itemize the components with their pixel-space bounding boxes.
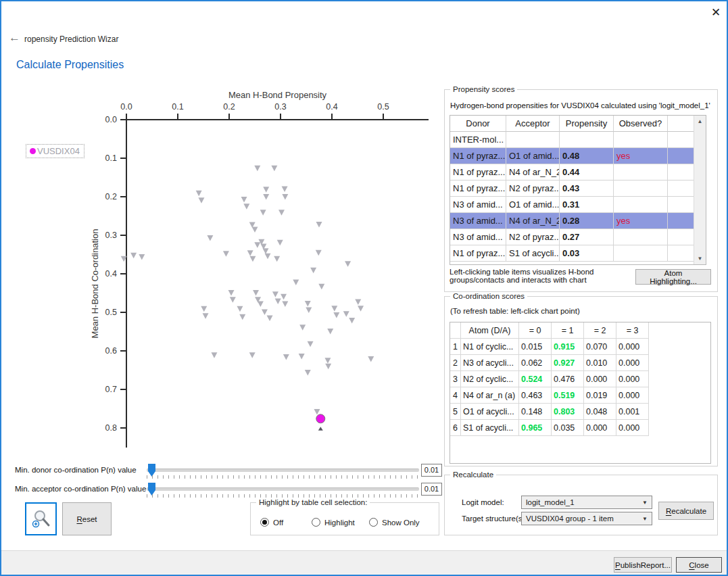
table-cell[interactable] [560,132,614,148]
chart-point[interactable] [327,329,333,335]
chart-point[interactable] [228,290,235,296]
table-cell[interactable]: 0.27 [560,229,614,245]
table-cell[interactable]: 0.001 [616,404,649,420]
chart-point[interactable] [306,308,312,314]
table-cell[interactable]: 0.000 [584,371,616,387]
table-cell[interactable]: N2 of pyraz... [506,181,560,197]
radio-show-only[interactable]: Show Only [369,518,420,527]
radio-highlight[interactable]: Highlight [312,518,355,527]
propensity-row[interactable]: N3 of amid...N2 of pyraz...0.27 [450,229,696,245]
table-cell[interactable]: 1 [450,339,461,355]
chart-point[interactable] [254,242,260,248]
table-cell[interactable]: 0.524 [519,371,552,387]
chart-point[interactable] [310,268,316,274]
table-cell[interactable]: 0.035 [552,420,584,436]
table-cell[interactable]: N2 of pyraz... [506,229,560,245]
chart-point[interactable] [263,194,269,200]
propensity-row[interactable]: N1 of pyraz...O1 of amid...0.48yes [450,148,696,164]
table-cell[interactable]: 0.070 [584,339,616,355]
table-cell[interactable]: 0.48 [560,148,614,164]
logit-model-select[interactable]: logit_model_1 ▼ [521,496,652,509]
table-cell[interactable]: N2 of cyclic... [461,371,519,387]
table-cell[interactable]: 2 [450,355,461,371]
chart-point[interactable] [299,325,306,331]
table-cell[interactable]: yes [614,148,668,164]
table-cell[interactable]: 5 [450,404,461,420]
chart-point[interactable] [201,306,207,312]
chart-point[interactable] [299,354,305,360]
target-structures-select[interactable]: VUSDIX04 group - 1 item ▼ [521,512,652,525]
recalculate-button[interactable]: Recalculate [658,502,714,520]
chart-point[interactable] [314,409,320,415]
chart-point[interactable] [271,166,277,172]
table-cell[interactable] [614,132,668,148]
chart-point[interactable] [275,298,281,304]
chart-point[interactable] [308,341,314,347]
table-cell[interactable] [668,213,696,229]
table-cell[interactable]: 0.010 [584,355,616,371]
chart-point[interactable] [254,166,260,172]
min-donor-slider[interactable] [147,469,419,472]
table-cell[interactable]: 0.463 [519,387,552,404]
chart-point[interactable] [274,256,280,262]
chart-point[interactable] [305,301,311,307]
table-cell[interactable]: 0.927 [552,355,584,371]
propensity-table-scrollbar[interactable]: ▲ ▼ [694,116,706,264]
chart-point[interactable] [196,191,202,197]
table-cell[interactable]: N1 of pyraz... [450,164,506,181]
propensity-table[interactable]: DonorAcceptorPropensityObserved?INTER-mo… [450,115,706,265]
propensity-section-row[interactable]: INTER-mol... [450,132,696,148]
coordination-row[interactable]: 3N2 of cyclic...0.5240.4760.0000.000 [450,371,649,387]
table-cell[interactable]: INTER-mol... [450,132,506,148]
propensity-row[interactable]: N1 of pyraz...S1 of acycli...0.03 [450,245,696,262]
chart-point[interactable] [237,306,243,312]
coordination-row[interactable]: 1N1 of cyclic...0.0150.9150.0700.000 [450,339,649,355]
table-cell[interactable]: N4 of ar_N_2 [506,164,560,181]
table-cell[interactable] [668,197,696,213]
table-cell[interactable]: 0.000 [616,355,649,371]
table-cell[interactable] [668,164,696,181]
table-cell[interactable]: N3 of amid... [450,213,506,229]
radio-off[interactable]: Off [260,518,283,527]
table-cell[interactable]: 0.000 [616,371,649,387]
table-cell[interactable]: 0.048 [584,404,616,420]
table-cell[interactable]: O1 of acycli... [461,404,519,420]
chart-point[interactable] [243,203,249,210]
chart-point[interactable] [265,254,271,260]
chart-point[interactable] [277,240,283,246]
chart-point[interactable] [211,352,217,358]
chart-point[interactable] [282,301,288,307]
coordination-row[interactable]: 2N3 of acycli...0.0620.9270.0100.000 [450,355,649,371]
table-cell[interactable]: 0.03 [560,245,614,262]
chart-point[interactable] [198,197,204,203]
chart-point[interactable] [241,197,247,203]
propensity-row[interactable]: N3 of amid...O1 of amid...0.31 [450,197,696,213]
table-cell[interactable]: 0.000 [616,339,649,355]
table-cell[interactable]: 0.28 [560,213,614,229]
coordination-table[interactable]: Atom (D/A)= 0= 1= 2= 31N1 of cyclic...0.… [450,322,711,464]
coordination-row[interactable]: 6S1 of acycli...0.9650.0350.0000.000 [450,420,649,436]
chart-point[interactable] [316,222,322,228]
table-cell[interactable]: S1 of acycli... [506,245,560,262]
scrollbar-up-icon[interactable]: ▲ [694,116,706,127]
propensity-header-row[interactable]: DonorAcceptorPropensityObserved? [450,116,696,132]
chart-point[interactable] [272,291,278,297]
table-cell[interactable]: 0.019 [584,387,616,404]
coordination-row[interactable]: 5O1 of acycli...0.1480.8030.0480.001 [450,404,649,420]
chart-point[interactable] [282,187,288,193]
table-cell[interactable]: O1 of amid... [506,197,560,213]
table-cell[interactable] [614,245,668,262]
coordination-row[interactable]: 4N4 of ar_n (a)0.4630.5190.0190.000 [450,387,649,404]
chart-point[interactable] [345,261,351,267]
table-cell[interactable]: 0.000 [616,387,649,404]
table-cell[interactable]: 0.000 [584,420,616,436]
chart-point[interactable] [333,312,339,318]
chart-point[interactable] [253,290,259,296]
chart-point[interactable] [355,299,361,306]
chart-point[interactable] [239,314,245,320]
chart-point[interactable] [258,301,264,307]
chart-point[interactable] [260,210,266,216]
table-cell[interactable]: N4 of ar_N_2 [506,213,560,229]
min-acceptor-slider[interactable] [147,487,419,491]
table-cell[interactable] [614,197,668,213]
